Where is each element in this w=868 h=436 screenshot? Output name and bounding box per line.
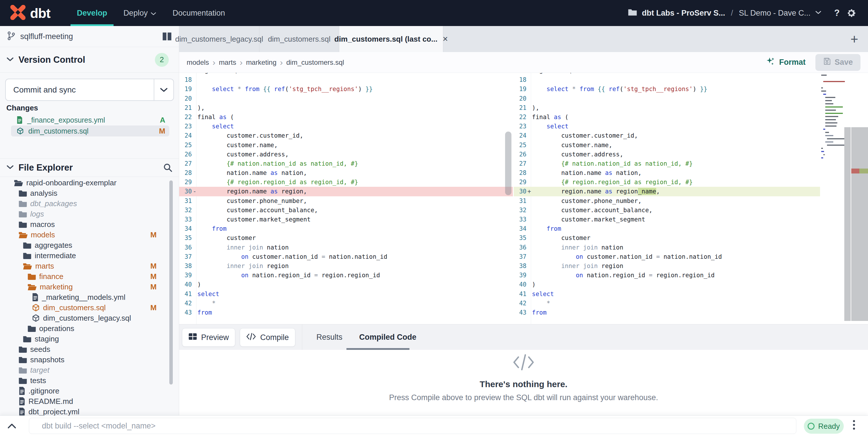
code-line-40[interactable]: 40) (514, 280, 820, 289)
tree-item-gitignore[interactable]: .gitignore (0, 386, 175, 396)
code-line-38[interactable]: 38 inner join region (514, 261, 820, 271)
code-line-35[interactable]: 35 customer (514, 233, 820, 242)
tree-item-marts[interactable]: martsM (0, 261, 175, 271)
tree-item-target[interactable]: target (0, 365, 175, 375)
preview-button[interactable]: Preview (182, 328, 235, 347)
code-line-38[interactable]: 38 inner join region (179, 261, 513, 271)
code-line-26[interactable]: 26 customer.address, (514, 150, 820, 159)
code-line-22[interactable]: 22final as ( (514, 113, 820, 122)
status-badge[interactable]: Ready (804, 419, 844, 434)
code-line-41[interactable]: 41select (179, 289, 513, 299)
code-line-28[interactable]: 28 nation.name as nation, (514, 168, 820, 177)
code-line-39[interactable]: 39 on nation.region_id = region.region_i… (179, 271, 513, 280)
tree-item-staging[interactable]: staging (0, 333, 175, 344)
compile-button[interactable]: Compile (240, 328, 295, 347)
editor-tab-0[interactable]: dim_customers_legacy.sql (179, 26, 259, 52)
tree-item-logs[interactable]: logs (0, 209, 175, 219)
code-line-32[interactable]: 32 customer.account_balance, (179, 206, 513, 215)
nav-item-documentation[interactable]: Documentation (164, 0, 233, 26)
git-branch-row[interactable]: sqlfluff-meeting (0, 26, 179, 47)
code-line-19[interactable]: 19 select * from {{ ref('stg_tpch__regio… (179, 84, 513, 94)
save-button[interactable]: Save (815, 54, 861, 71)
tree-item-rapid-onboarding-exemplar[interactable]: rapid-onboarding-exemplar (0, 177, 175, 188)
code-line-30[interactable]: 30+ region.name as region_name, (514, 187, 820, 196)
tree-item-snapshots[interactable]: snapshots (0, 354, 175, 365)
code-line-34[interactable]: 34 from (179, 224, 513, 233)
code-line-23[interactable]: 23 select (179, 122, 513, 131)
diff-pane-modified[interactable]: 17region as (1819 select * from {{ ref('… (514, 73, 820, 324)
tree-item-dbt-packages[interactable]: dbt_packages (0, 198, 175, 209)
code-line-21[interactable]: 21), (179, 103, 513, 113)
version-control-header[interactable]: Version Control 2 (0, 47, 179, 72)
tree-item-aggregates[interactable]: aggregates (0, 240, 175, 251)
code-line-33[interactable]: 33 customer.market_segment (179, 215, 513, 224)
file-explorer-header[interactable]: File Explorer (0, 158, 179, 177)
right-pane-scrollbar[interactable] (844, 127, 851, 321)
code-line-17[interactable]: 17region as ( (514, 73, 820, 75)
code-line-37[interactable]: 37 on customer.nation_id = nation.nation… (179, 252, 513, 261)
help-icon[interactable]: ? (834, 8, 840, 18)
commit-options-caret[interactable] (154, 79, 174, 100)
code-line-20[interactable]: 20 (514, 94, 820, 103)
code-line-24[interactable]: 24 customer.customer_id, (179, 131, 513, 140)
code-line-18[interactable]: 18 (514, 75, 820, 84)
kebab-menu-icon[interactable] (853, 420, 855, 430)
tree-item-intermediate[interactable]: intermediate (0, 251, 175, 261)
code-line-42[interactable]: 42 * (514, 299, 820, 308)
chevron-up-icon[interactable] (7, 423, 17, 430)
code-line-20[interactable]: 20 (179, 94, 513, 103)
code-line-43[interactable]: 43from (514, 308, 820, 317)
panel-tab-results[interactable]: Results (316, 333, 342, 342)
code-line-24[interactable]: 24 customer.customer_id, (514, 131, 820, 140)
tree-item-marketing[interactable]: marketingM (0, 282, 175, 292)
minimap[interactable] (821, 75, 845, 161)
tree-item-tests[interactable]: tests (0, 375, 175, 386)
tree-item-dim-customers-legacy-sql[interactable]: dim_customers_legacy.sql (0, 313, 175, 323)
code-line-27[interactable]: 27 {# nation.nation_id as nation_id, #} (179, 159, 513, 168)
close-icon[interactable]: × (443, 34, 448, 44)
code-line-25[interactable]: 25 customer.name, (514, 141, 820, 150)
code-line-36[interactable]: 36 inner join nation (179, 243, 513, 252)
code-line-39[interactable]: 39 on nation.region_id = region.region_i… (514, 271, 820, 280)
code-line-32[interactable]: 32 customer.account_balance, (514, 206, 820, 215)
tree-item-dim-customers-sql[interactable]: dim_customers.sqlM (0, 302, 175, 313)
code-line-43[interactable]: 43from (179, 308, 513, 317)
nav-item-deploy[interactable]: Deploy (115, 0, 164, 26)
code-line-31[interactable]: 31 customer.phone_number, (179, 196, 513, 206)
change-item-dim-customers-sql[interactable]: dim_customers.sqlM (11, 125, 169, 137)
code-line-29[interactable]: 29 {# region.region_id as region_id, #} (179, 177, 513, 187)
tree-item-operations[interactable]: operations (0, 323, 175, 333)
commit-and-sync-button[interactable]: Commit and sync (5, 79, 174, 101)
code-line-33[interactable]: 33 customer.market_segment (514, 215, 820, 224)
code-line-19[interactable]: 19 select * from {{ ref('stg_tpch__regio… (514, 84, 820, 94)
search-icon[interactable] (163, 163, 173, 173)
left-pane-scrollbar[interactable] (505, 132, 512, 195)
code-line-26[interactable]: 26 customer.address, (179, 150, 513, 159)
dbt-logo[interactable]: dbt (10, 5, 50, 21)
command-input[interactable] (29, 418, 796, 434)
code-line-28[interactable]: 28 nation.name as nation, (179, 168, 513, 177)
environment-selector[interactable]: SL Demo - Dave C... (739, 9, 810, 18)
code-line-25[interactable]: 25 customer.name, (179, 141, 513, 150)
project-name[interactable]: dbt Labs - ProServ S... (642, 9, 725, 18)
new-tab-button[interactable]: + (850, 26, 858, 52)
docs-book-icon[interactable] (162, 32, 172, 41)
change-item-finance-exposures-yml[interactable]: _finance_exposures.ymlA (11, 115, 169, 125)
tree-item-seeds[interactable]: seeds (0, 344, 175, 354)
diff-overview-ruler[interactable] (851, 127, 868, 321)
code-line-21[interactable]: 21), (514, 103, 820, 113)
format-button[interactable]: Format (766, 57, 806, 68)
code-line-40[interactable]: 40) (179, 280, 513, 289)
code-line-18[interactable]: 18 (179, 75, 513, 84)
code-line-37[interactable]: 37 on customer.nation_id = nation.nation… (514, 252, 820, 261)
tree-item-finance[interactable]: financeM (0, 271, 175, 282)
chevron-down-icon[interactable] (815, 10, 822, 16)
settings-gear-icon[interactable] (846, 8, 857, 18)
code-line-42[interactable]: 42 * (179, 299, 513, 308)
code-line-31[interactable]: 31 customer.phone_number, (514, 196, 820, 206)
code-line-30[interactable]: 30- region.name as region, (179, 187, 513, 196)
code-line-17[interactable]: 17region as ( (179, 73, 513, 75)
tree-item-readme-md[interactable]: README.md (0, 396, 175, 407)
tree-item-dbt-project-yml[interactable]: dbt_project.yml (0, 407, 175, 415)
editor-tab-1[interactable]: dim_customers.sql (259, 26, 339, 52)
